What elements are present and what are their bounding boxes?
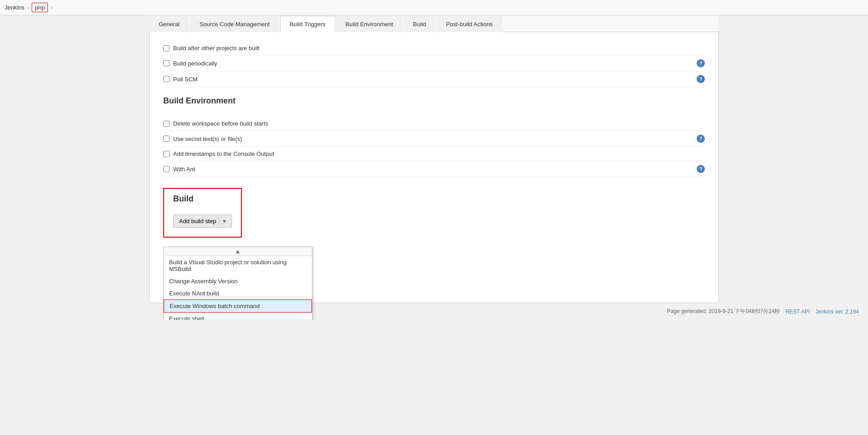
- tab-build-triggers[interactable]: Build Triggers: [280, 16, 335, 32]
- build-section-box: Build Add build step ▾: [163, 188, 242, 238]
- dropdown-item-execute-nant[interactable]: Execute NAnt build: [164, 287, 312, 299]
- breadcrumb-sep-1: ›: [27, 4, 29, 11]
- env-delete-workspace-label: Delete workspace before build starts: [173, 120, 268, 127]
- trigger-build-after-checkbox[interactable]: [163, 45, 170, 51]
- dropdown-item-change-assembly[interactable]: Change Assembly Version: [164, 275, 312, 287]
- trigger-build-after-row: Build after other projects are built: [163, 41, 705, 56]
- tab-build-environment[interactable]: Build Environment: [336, 16, 403, 32]
- env-timestamps-checkbox[interactable]: [163, 151, 170, 157]
- trigger-build-after-label: Build after other projects are built: [173, 45, 259, 51]
- env-secret-text-label: Use secret text(s) or file(s): [173, 136, 242, 142]
- add-build-step-caret-icon: ▾: [219, 218, 226, 225]
- footer-rest-api-link[interactable]: REST API: [785, 309, 810, 315]
- dropdown-list: ▲ Build a Visual Studio project or solut…: [163, 247, 312, 320]
- tab-build[interactable]: Build: [404, 16, 436, 32]
- env-secret-text-checkbox[interactable]: [163, 136, 170, 142]
- tab-bar: General Source Code Management Build Tri…: [149, 15, 719, 32]
- breadcrumb-sep-2: ›: [51, 4, 52, 11]
- build-section-title: Build: [173, 194, 232, 207]
- build-section: Build Add build step ▾ ▲ Build a Visual …: [163, 188, 705, 245]
- tab-post-build[interactable]: Post-build Actions: [437, 16, 502, 32]
- breadcrumb-pnp[interactable]: pnp: [32, 3, 48, 12]
- dropdown-item-vs-build[interactable]: Build a Visual Studio project or solutio…: [164, 256, 312, 275]
- env-with-ant-label: With Ant: [173, 166, 195, 173]
- env-secret-text-help-icon[interactable]: ?: [697, 135, 705, 143]
- tab-general[interactable]: General: [149, 16, 189, 32]
- add-build-step-label: Add build step: [179, 218, 216, 225]
- env-delete-workspace-row: Delete workspace before build starts: [163, 117, 705, 131]
- footer-generated-text: Page generated: 2019-9-21 下午04时07分24秒: [667, 308, 780, 315]
- env-with-ant-help-icon[interactable]: ?: [697, 165, 705, 173]
- env-timestamps-row: Add timestamps to the Console Output: [163, 147, 705, 161]
- dropdown-item-execute-windows[interactable]: Execute Windows batch command: [164, 299, 312, 313]
- trigger-build-periodically-label: Build periodically: [173, 60, 217, 67]
- trigger-poll-scm-help-icon[interactable]: ?: [697, 75, 705, 83]
- trigger-build-periodically-row: Build periodically ?: [163, 56, 705, 71]
- trigger-poll-scm-row: Poll SCM ?: [163, 71, 705, 87]
- page-footer: Page generated: 2019-9-21 下午04时07分24秒 RE…: [0, 303, 868, 320]
- build-environment-section: Build Environment Delete workspace befor…: [163, 96, 705, 177]
- env-with-ant-checkbox[interactable]: [163, 166, 170, 172]
- env-timestamps-label: Add timestamps to the Console Output: [173, 150, 274, 157]
- content-area: Build after other projects are built Bui…: [149, 32, 719, 303]
- breadcrumb-jenkins[interactable]: Jenkins: [5, 4, 24, 11]
- env-delete-workspace-checkbox[interactable]: [163, 121, 170, 127]
- trigger-build-periodically-help-icon[interactable]: ?: [697, 59, 705, 67]
- add-build-step-button[interactable]: Add build step ▾: [173, 215, 232, 228]
- dropdown-item-execute-shell[interactable]: Execute shell: [164, 313, 312, 320]
- build-environment-title: Build Environment: [163, 96, 705, 109]
- breadcrumb: Jenkins › pnp ›: [0, 0, 868, 15]
- env-with-ant-row: With Ant ?: [163, 161, 705, 177]
- dropdown-scroll-up[interactable]: ▲: [164, 247, 312, 256]
- main-content: General Source Code Management Build Tri…: [149, 15, 719, 303]
- trigger-poll-scm-label: Poll SCM: [173, 76, 198, 83]
- build-triggers-section: Build after other projects are built Bui…: [163, 41, 705, 87]
- trigger-build-periodically-checkbox[interactable]: [163, 60, 170, 66]
- trigger-poll-scm-checkbox[interactable]: [163, 76, 170, 82]
- env-secret-text-row: Use secret text(s) or file(s) ?: [163, 131, 705, 147]
- footer-jenkins-ver-link[interactable]: Jenkins ver. 2.194: [815, 309, 859, 315]
- tab-source-code[interactable]: Source Code Management: [190, 16, 279, 32]
